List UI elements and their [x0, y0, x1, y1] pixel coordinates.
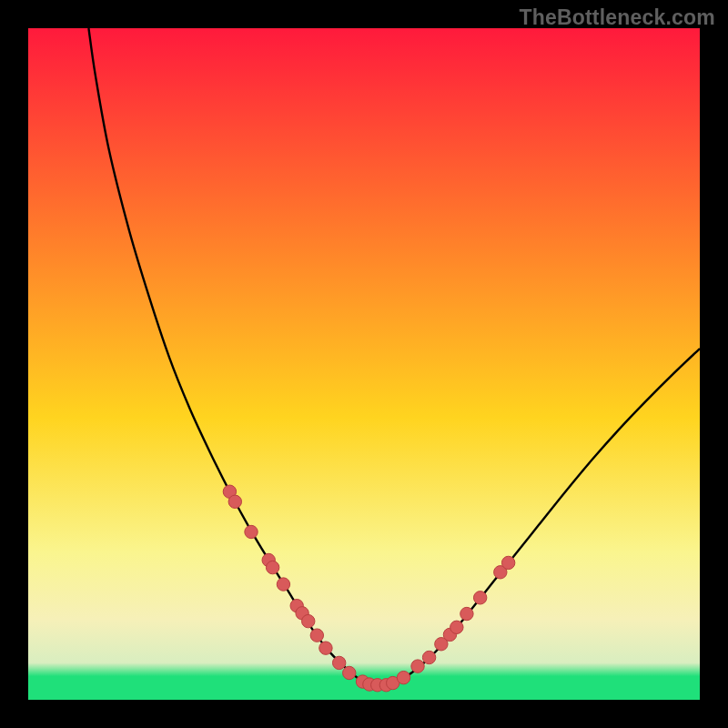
- data-dot: [319, 642, 332, 654]
- gradient-bg: [28, 28, 700, 700]
- data-dot: [473, 592, 486, 604]
- chart-frame: TheBottleneck.com: [0, 0, 728, 728]
- data-dot: [343, 666, 356, 679]
- data-dot: [310, 629, 323, 642]
- data-dot: [422, 651, 435, 663]
- data-dot: [397, 671, 410, 683]
- data-dot: [277, 578, 289, 591]
- data-dot: [450, 621, 463, 633]
- chart-stage: [28, 28, 700, 700]
- data-dot: [411, 660, 424, 672]
- chart-svg: [28, 28, 700, 700]
- data-dot: [302, 614, 315, 627]
- data-dot: [266, 561, 278, 573]
- data-dot: [245, 525, 258, 538]
- data-dot: [501, 556, 514, 569]
- data-dot: [332, 656, 345, 669]
- data-dot: [228, 495, 241, 508]
- data-dot: [460, 607, 473, 620]
- watermark-text: TheBottleneck.com: [519, 5, 715, 30]
